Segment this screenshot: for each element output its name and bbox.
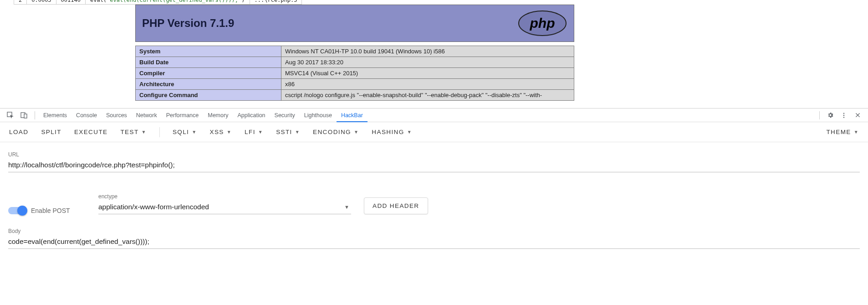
close-icon[interactable] [853,111,862,119]
chevron-down-icon: ▼ [407,129,412,134]
enable-post-label: Enable POST [31,207,70,214]
enctype-label: enctype [98,193,351,200]
page-content: 2 0.0003 001140 eval( eval(end(current(g… [0,0,868,108]
php-logo-icon: php [517,10,567,37]
inspect-element-icon[interactable] [6,111,15,119]
table-row: Configure Commandcscript /nologo configu… [136,90,574,101]
chevron-down-icon: ▼ [227,129,232,134]
encoding-menu[interactable]: ENCODING▼ [313,129,359,135]
theme-menu[interactable]: THEME▼ [826,129,859,135]
devtools-tabbar: Elements Console Sources Network Perform… [0,109,868,122]
body-input[interactable] [8,235,860,249]
execute-button[interactable]: EXECUTE [74,129,108,135]
tab-lighthouse[interactable]: Lighthouse [300,109,337,122]
split-button[interactable]: SPLIT [41,129,61,135]
xdebug-trace-row: 2 0.0003 001140 eval( eval(end(current(g… [14,0,302,5]
body-label: Body [8,228,860,234]
tab-hackbar[interactable]: HackBar [337,109,368,122]
tab-sources[interactable]: Sources [102,109,132,122]
gear-icon[interactable] [826,111,834,119]
php-version-title: PHP Version 7.1.9 [142,17,234,30]
phpinfo-panel: PHP Version 7.1.9 php SystemWindows NT C… [135,5,574,101]
tab-console[interactable]: Console [71,109,102,122]
enctype-select[interactable] [98,201,351,214]
trace-mem: 001140 [56,0,85,5]
chevron-down-icon: ▼ [142,129,147,134]
devtools-panel: Elements Console Sources Network Perform… [0,108,868,305]
lfi-menu[interactable]: LFI▼ [245,129,263,135]
enable-post-toggle[interactable]: Enable POST [8,207,86,214]
trace-location: ...\rce.php:5 [250,0,302,5]
table-row: Build DateAug 30 2017 18:33:20 [136,57,574,68]
chevron-down-icon: ▼ [258,129,263,134]
svg-point-7 [843,117,844,118]
tab-application[interactable]: Application [233,109,270,122]
svg-point-6 [843,114,844,115]
more-vert-icon[interactable] [840,111,848,119]
separator [819,111,820,119]
hashing-menu[interactable]: HASHING▼ [372,129,412,135]
device-toolbar-icon[interactable] [20,111,28,119]
hackbar-form: URL Enable POST enctype ▼ ADD HEADER Bod… [0,142,868,249]
trace-depth: 2 [14,0,27,5]
phpinfo-header: PHP Version 7.1.9 php [135,5,574,42]
table-row: SystemWindows NT CA01H-TP 10.0 build 190… [136,46,574,57]
svg-rect-4 [24,114,27,118]
trace-time: 0.0003 [27,0,56,5]
chevron-down-icon: ▼ [854,129,859,134]
chevron-down-icon[interactable]: ▼ [344,204,349,210]
xss-menu[interactable]: XSS▼ [210,129,232,135]
tab-security[interactable]: Security [270,109,300,122]
ssti-menu[interactable]: SSTI▼ [276,129,300,135]
chevron-down-icon: ▼ [295,129,300,134]
table-row: CompilerMSVC14 (Visual C++ 2015) [136,68,574,79]
separator [159,127,160,137]
test-menu[interactable]: TEST▼ [120,129,146,135]
chevron-down-icon: ▼ [354,129,359,134]
sqli-menu[interactable]: SQLI▼ [173,129,197,135]
trace-call: eval( eval(end(current(get_defined_vars(… [85,0,250,5]
table-row: Architecturex86 [136,79,574,90]
url-label: URL [8,151,860,158]
tab-network[interactable]: Network [132,109,162,122]
separator [35,111,35,119]
add-header-button[interactable]: ADD HEADER [364,197,428,214]
phpinfo-table: SystemWindows NT CA01H-TP 10.0 build 190… [135,46,574,101]
svg-point-5 [843,113,844,114]
tab-performance[interactable]: Performance [162,109,204,122]
hackbar-toolbar: LOAD SPLIT EXECUTE TEST▼ SQLI▼ XSS▼ LFI▼… [0,122,868,142]
load-button[interactable]: LOAD [9,129,28,135]
tab-memory[interactable]: Memory [203,109,233,122]
url-input[interactable] [8,159,860,172]
chevron-down-icon: ▼ [192,129,197,134]
tab-elements[interactable]: Elements [39,109,71,122]
svg-text:php: php [530,16,555,31]
